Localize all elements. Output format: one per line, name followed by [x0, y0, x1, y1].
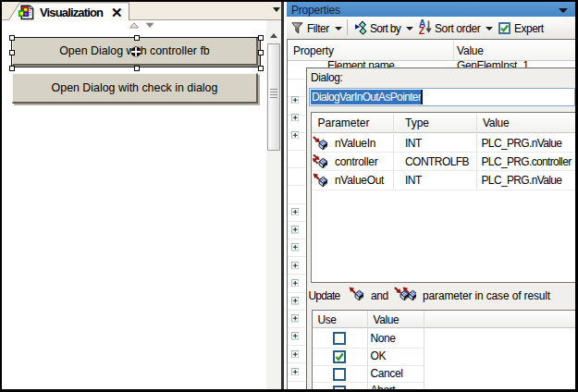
svg-text:Z: Z — [419, 26, 424, 35]
